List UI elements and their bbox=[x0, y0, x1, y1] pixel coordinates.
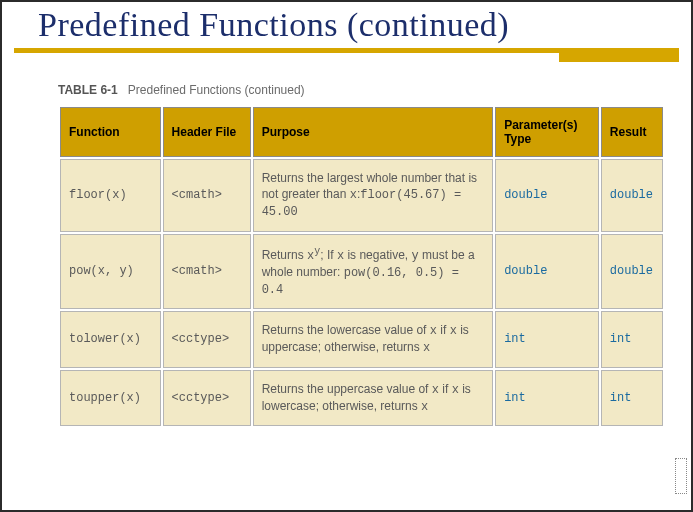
cell-header: <cmath> bbox=[163, 234, 251, 310]
cell-purpose: Returns the lowercase value of x if x is… bbox=[253, 311, 493, 367]
cell-result: double bbox=[601, 234, 663, 310]
col-result: Result bbox=[601, 107, 663, 157]
functions-table: Function Header File Purpose Parameter(s… bbox=[58, 105, 665, 428]
cell-function: toupper(x) bbox=[60, 370, 161, 426]
cell-param: double bbox=[495, 159, 599, 232]
title-rule-wrap bbox=[2, 48, 691, 53]
table-header-row: Function Header File Purpose Parameter(s… bbox=[60, 107, 663, 157]
col-header-file: Header File bbox=[163, 107, 251, 157]
title-rule bbox=[14, 48, 679, 53]
content-area: TABLE 6-1Predefined Functions (continued… bbox=[2, 53, 691, 428]
cell-function: pow(x, y) bbox=[60, 234, 161, 310]
page-title: Predefined Functions (continued) bbox=[2, 2, 691, 48]
table-row: toupper(x) <cctype> Returns the uppercas… bbox=[60, 370, 663, 426]
table-caption-text: Predefined Functions (continued) bbox=[128, 83, 305, 97]
cell-purpose: Returns the largest whole number that is… bbox=[253, 159, 493, 232]
col-param-type: Parameter(s) Type bbox=[495, 107, 599, 157]
cell-purpose: Returns xy; If x is negative, y must be … bbox=[253, 234, 493, 310]
cell-header: <cctype> bbox=[163, 370, 251, 426]
page-tab-decoration bbox=[675, 458, 687, 494]
cell-param: int bbox=[495, 311, 599, 367]
slide-frame: Predefined Functions (continued) TABLE 6… bbox=[0, 0, 693, 512]
cell-purpose: Returns the uppercase value of x if x is… bbox=[253, 370, 493, 426]
cell-param: double bbox=[495, 234, 599, 310]
cell-result: int bbox=[601, 370, 663, 426]
cell-function: floor(x) bbox=[60, 159, 161, 232]
cell-header: <cctype> bbox=[163, 311, 251, 367]
cell-result: int bbox=[601, 311, 663, 367]
cell-function: tolower(x) bbox=[60, 311, 161, 367]
table-row: tolower(x) <cctype> Returns the lowercas… bbox=[60, 311, 663, 367]
table-caption-number: TABLE 6-1 bbox=[58, 83, 118, 97]
cell-header: <cmath> bbox=[163, 159, 251, 232]
cell-result: double bbox=[601, 159, 663, 232]
table-row: floor(x) <cmath> Returns the largest who… bbox=[60, 159, 663, 232]
col-purpose: Purpose bbox=[253, 107, 493, 157]
col-function: Function bbox=[60, 107, 161, 157]
table-row: pow(x, y) <cmath> Returns xy; If x is ne… bbox=[60, 234, 663, 310]
cell-param: int bbox=[495, 370, 599, 426]
table-caption: TABLE 6-1Predefined Functions (continued… bbox=[58, 83, 665, 97]
